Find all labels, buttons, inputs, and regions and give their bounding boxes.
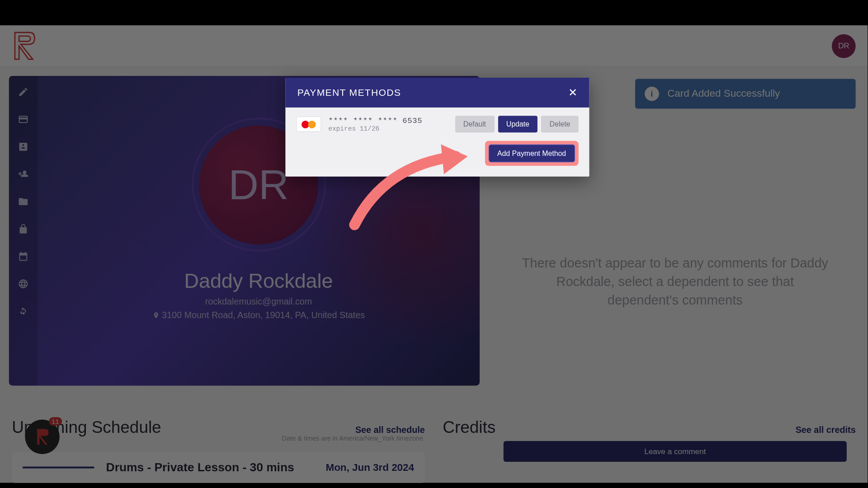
card-row: **** **** **** 6535 expires 11/26 Defaul…	[296, 116, 579, 132]
payment-methods-modal: PAYMENT METHODS ✕ **** **** **** 6535 ex…	[285, 78, 589, 177]
modal-header: PAYMENT METHODS ✕	[285, 78, 589, 108]
card-expires: expires 11/26	[328, 125, 448, 132]
annotation-highlight: Add Payment Method	[485, 141, 578, 166]
mastercard-icon	[296, 117, 321, 132]
delete-button[interactable]: Delete	[541, 116, 579, 132]
card-number: **** **** **** 6535	[328, 116, 448, 125]
modal-title: PAYMENT METHODS	[297, 87, 401, 98]
add-payment-method-button[interactable]: Add Payment Method	[488, 145, 575, 163]
update-button[interactable]: Update	[498, 116, 538, 132]
default-button[interactable]: Default	[455, 116, 494, 132]
close-icon[interactable]: ✕	[568, 86, 577, 99]
